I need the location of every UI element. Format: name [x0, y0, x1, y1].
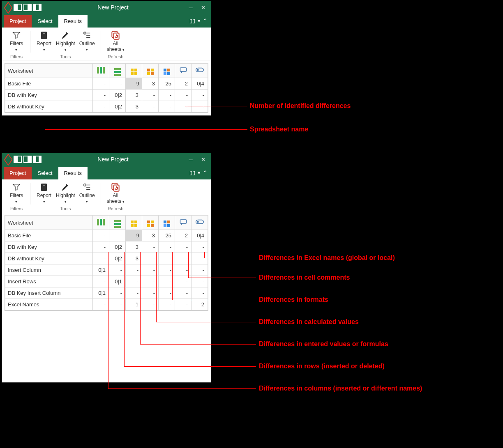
- dropdown-icon[interactable]: ▾: [198, 18, 201, 24]
- cell-cols[interactable]: -: [93, 299, 109, 310]
- minimize-button[interactable]: ─: [185, 153, 197, 165]
- cell-rows[interactable]: 0|1: [109, 276, 126, 287]
- tab-results[interactable]: Results: [58, 15, 88, 28]
- close-button[interactable]: ✕: [197, 1, 209, 14]
- worksheet-name[interactable]: DB with Key: [5, 90, 93, 101]
- cell-rows[interactable]: -: [109, 287, 126, 299]
- col-comments-diff-icon[interactable]: [175, 64, 192, 78]
- worksheet-name[interactable]: DB without Key: [5, 101, 93, 113]
- cell-names[interactable]: -: [192, 90, 208, 101]
- cell-fmt[interactable]: -: [159, 299, 175, 310]
- col-names-diff-icon[interactable]: [192, 216, 208, 230]
- cell-calc[interactable]: 3: [142, 78, 159, 90]
- outline-button[interactable]: Outline: [78, 181, 97, 205]
- cell-fmt[interactable]: 25: [159, 230, 175, 241]
- cell-fmt[interactable]: -: [159, 90, 175, 101]
- layout-icon[interactable]: [14, 156, 22, 163]
- col-calc-diff-icon[interactable]: [142, 216, 159, 230]
- cell-names[interactable]: -: [192, 287, 208, 299]
- cell-names[interactable]: -: [192, 264, 208, 276]
- cell-rows[interactable]: -: [109, 230, 126, 241]
- tab-select[interactable]: Select: [32, 15, 58, 28]
- cell-cmt[interactable]: -: [175, 90, 192, 101]
- cell-cmt[interactable]: -: [175, 101, 192, 113]
- cell-entered[interactable]: 1: [126, 299, 142, 310]
- col-rows-diff-icon[interactable]: [109, 216, 126, 230]
- tab-project[interactable]: Project: [4, 167, 32, 179]
- cell-calc[interactable]: -: [142, 241, 159, 253]
- worksheet-name[interactable]: DB with Key: [5, 241, 93, 253]
- cell-cols[interactable]: -: [93, 241, 109, 253]
- cell-entered[interactable]: -: [126, 276, 142, 287]
- cell-rows[interactable]: -: [109, 299, 126, 310]
- cell-entered[interactable]: -: [126, 287, 142, 299]
- col-entered-diff-icon[interactable]: [126, 216, 142, 230]
- col-worksheet[interactable]: Worksheet: [5, 64, 93, 78]
- tab-select[interactable]: Select: [32, 167, 58, 179]
- cell-cols[interactable]: -: [93, 276, 109, 287]
- cell-fmt[interactable]: -: [159, 241, 175, 253]
- cell-rows[interactable]: -: [109, 78, 126, 90]
- highlight-button[interactable]: Highlight: [54, 29, 77, 53]
- worksheet-name[interactable]: Insert Rows: [5, 276, 93, 287]
- worksheet-name[interactable]: Excel Names: [5, 299, 93, 310]
- cell-rows[interactable]: 0|2: [109, 241, 126, 253]
- cell-cmt[interactable]: 2: [175, 78, 192, 90]
- cell-entered[interactable]: 3: [126, 90, 142, 101]
- panel-mode-icon[interactable]: ▯▯: [189, 170, 195, 176]
- tab-project[interactable]: Project: [4, 15, 32, 28]
- layout-icon[interactable]: [14, 4, 22, 11]
- collapse-ribbon-icon[interactable]: ⌃: [203, 18, 208, 24]
- cell-names[interactable]: 2: [192, 299, 208, 310]
- cell-entered[interactable]: -: [126, 264, 142, 276]
- cell-cmt[interactable]: 2: [175, 230, 192, 241]
- col-format-diff-icon[interactable]: [159, 216, 175, 230]
- collapse-ribbon-icon[interactable]: ⌃: [203, 170, 208, 176]
- cell-names[interactable]: -: [192, 101, 208, 113]
- highlight-button[interactable]: Highlight: [54, 181, 77, 205]
- layout-icon[interactable]: [33, 156, 42, 163]
- cell-cmt[interactable]: -: [175, 264, 192, 276]
- layout-icon[interactable]: [23, 4, 32, 11]
- col-comments-diff-icon[interactable]: [175, 216, 192, 230]
- cell-entered[interactable]: 9: [126, 230, 142, 241]
- worksheet-name[interactable]: DB Key Insert Column: [5, 287, 93, 299]
- cell-cmt[interactable]: -: [175, 299, 192, 310]
- outline-button[interactable]: + Outline: [78, 29, 97, 53]
- cell-rows[interactable]: 0|2: [109, 253, 126, 264]
- cell-cols[interactable]: -: [93, 90, 109, 101]
- col-rows-diff-icon[interactable]: [109, 64, 126, 78]
- filters-button[interactable]: Filters: [7, 181, 26, 205]
- cell-names[interactable]: 0|4: [192, 230, 208, 241]
- cell-names[interactable]: -: [192, 253, 208, 264]
- col-format-diff-icon[interactable]: [159, 64, 175, 78]
- report-button[interactable]: Report: [35, 29, 53, 53]
- layout-icon[interactable]: [23, 156, 32, 163]
- worksheet-name[interactable]: Insert Column: [5, 264, 93, 276]
- table-row[interactable]: DB without Key-0|23----: [5, 253, 208, 264]
- cell-entered[interactable]: 3: [126, 241, 142, 253]
- cell-cols[interactable]: 0|1: [93, 287, 109, 299]
- dropdown-icon[interactable]: ▾: [198, 170, 201, 176]
- col-columns-diff-icon[interactable]: [93, 64, 109, 78]
- cell-cmt[interactable]: -: [175, 287, 192, 299]
- refresh-all-button[interactable]: All sheets: [105, 29, 126, 53]
- cell-fmt[interactable]: 25: [159, 78, 175, 90]
- cell-cmt[interactable]: -: [175, 241, 192, 253]
- minimize-button[interactable]: ─: [185, 1, 197, 14]
- col-entered-diff-icon[interactable]: [126, 64, 142, 78]
- filters-button[interactable]: Filters: [7, 29, 26, 53]
- table-row[interactable]: Insert Rows-0|1-----: [5, 276, 208, 287]
- worksheet-name[interactable]: DB without Key: [5, 253, 93, 264]
- col-names-diff-icon[interactable]: [192, 64, 208, 78]
- cell-calc[interactable]: 3: [142, 230, 159, 241]
- cell-cols[interactable]: -: [93, 253, 109, 264]
- worksheet-name[interactable]: Basic File: [5, 78, 93, 90]
- refresh-all-button[interactable]: All sheets: [105, 181, 126, 205]
- cell-entered[interactable]: 9: [126, 78, 142, 90]
- table-row[interactable]: DB with Key-0|23----: [5, 90, 208, 101]
- panel-mode-icon[interactable]: ▯▯: [189, 18, 195, 24]
- cell-calc[interactable]: -: [142, 90, 159, 101]
- worksheet-name[interactable]: Basic File: [5, 230, 93, 241]
- cell-fmt[interactable]: -: [159, 101, 175, 113]
